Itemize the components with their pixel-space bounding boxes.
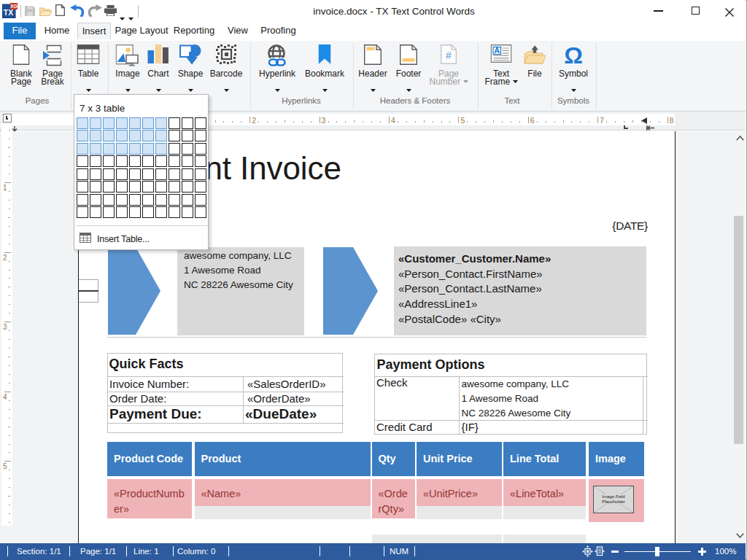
svg-text:XG: XG (10, 4, 17, 9)
svg-text:Ω: Ω (564, 44, 583, 66)
svg-text:#: # (446, 50, 452, 61)
svg-text:A: A (494, 46, 500, 55)
